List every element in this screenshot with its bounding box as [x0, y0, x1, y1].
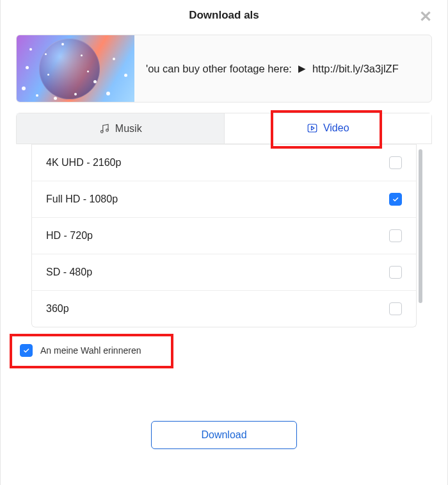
info-strip: 'ou can buy other footage here: ▶ http:/… [16, 35, 432, 103]
remember-checkbox[interactable] [20, 344, 33, 357]
modal-header: Download als ✕ [1, 0, 447, 27]
option-row[interactable]: Full HD - 1080p [32, 181, 416, 217]
modal-title: Download als [189, 9, 259, 21]
download-modal: Download als ✕ 'ou can buy other footage… [0, 0, 448, 485]
quality-options: 4K UHD - 2160p Full HD - 1080p HD - 720p… [31, 144, 417, 327]
download-button-wrap: Download [1, 421, 447, 449]
download-button[interactable]: Download [151, 421, 297, 449]
option-row[interactable]: HD - 720p [32, 217, 416, 254]
svg-point-1 [106, 129, 109, 131]
option-checkbox[interactable] [389, 156, 402, 169]
option-label: SD - 480p [46, 267, 92, 278]
option-label: Full HD - 1080p [46, 193, 118, 205]
remember-choice[interactable]: An meine Wahl erinneren [16, 340, 160, 361]
info-text-left: 'ou can buy other footage here: [146, 63, 292, 75]
play-icon: ▶ [298, 63, 306, 74]
format-tabs: Musik Video [16, 113, 432, 144]
option-label: 4K UHD - 2160p [46, 157, 121, 169]
option-row[interactable]: SD - 480p [32, 254, 416, 290]
info-text: 'ou can buy other footage here: ▶ http:/… [134, 63, 431, 75]
remember-label: An meine Wahl erinneren [40, 345, 141, 356]
option-label: 360p [46, 303, 69, 315]
tab-music-label: Musik [115, 123, 142, 135]
music-icon [99, 123, 110, 135]
tab-music[interactable]: Musik [17, 113, 225, 144]
option-label: HD - 720p [46, 230, 93, 242]
video-play-icon [307, 122, 318, 134]
info-link[interactable]: http://bit.ly/3a3jlZF [312, 63, 399, 75]
option-checkbox[interactable] [389, 229, 402, 242]
option-row[interactable]: 360p [32, 290, 416, 327]
option-checkbox[interactable] [389, 302, 402, 315]
svg-rect-2 [308, 124, 317, 132]
option-checkbox[interactable] [389, 266, 402, 279]
tab-video[interactable]: Video [225, 113, 432, 144]
svg-point-0 [100, 130, 103, 133]
video-thumbnail [17, 35, 134, 102]
close-icon[interactable]: ✕ [419, 9, 432, 24]
scrollbar-thumb[interactable] [419, 149, 422, 303]
tab-video-label: Video [323, 122, 349, 134]
option-row[interactable]: 4K UHD - 2160p [32, 144, 416, 181]
option-checkbox[interactable] [389, 193, 402, 206]
